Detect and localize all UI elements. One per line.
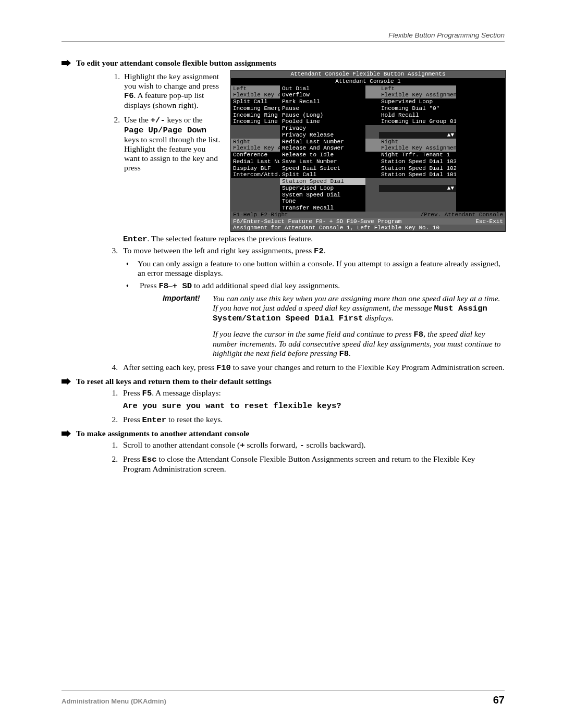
important-body: You can only use this key when you are a… <box>213 294 505 359</box>
text: to save your changes and return to the F… <box>231 363 505 372</box>
popup: Save Last Number <box>280 158 365 165</box>
gap <box>365 205 379 212</box>
svg-marker-0 <box>62 59 71 67</box>
rval: Night Trfr. Tenant 1 <box>379 152 456 158</box>
blank <box>231 192 280 199</box>
section-title: To make assignments to another attendant… <box>76 429 249 438</box>
key-f8: F8 <box>339 349 349 359</box>
blank <box>231 125 280 132</box>
text: Press <box>123 388 142 397</box>
bullet: You can only assign a feature to one but… <box>138 259 505 278</box>
popup: Split Call <box>280 171 365 178</box>
sec2-steps: Press F5. A message displays: Are you su… <box>62 388 505 425</box>
gap <box>365 105 379 112</box>
text: Press <box>123 415 142 424</box>
rval: Station Speed Dial 103 <box>379 158 456 165</box>
console-bottom-1: F1-Help F2-Right/Prev. Attendant Console <box>231 212 505 218</box>
text: If you leave the cursor in the same fiel… <box>213 329 414 338</box>
pointer-right-icon <box>62 378 71 385</box>
lkey: Intercom/Attd. <box>231 171 280 178</box>
popup: Supervised Loop <box>280 185 365 192</box>
steps-left: Highlight the key assignment you wish to… <box>101 70 221 178</box>
popup: Release And Answer <box>280 145 365 152</box>
text: to reset the keys. <box>166 415 223 424</box>
blank <box>231 205 280 212</box>
gap <box>365 112 379 119</box>
key-plus-minus: +/- <box>151 116 165 125</box>
console-screen: Attendant Console Flexible Button Assign… <box>230 70 506 232</box>
text: displays. <box>363 313 394 322</box>
svg-marker-2 <box>62 430 71 437</box>
scroll-arrows-icon: ▲▼ <box>379 185 456 192</box>
text: keys or the <box>165 115 203 124</box>
popup: Pause (Long) <box>280 112 365 119</box>
text: /Prev. Attendant Console <box>421 212 503 218</box>
hdr-right2: Flexible Key Assignment <box>379 92 456 98</box>
step-1: Scroll to another attendant console (+ s… <box>120 440 505 450</box>
important-p2: If you leave the cursor in the same fiel… <box>213 329 505 359</box>
section-title: To reset all keys and return them to the… <box>76 377 272 386</box>
popup: Privacy <box>280 125 365 132</box>
key-enter: Enter <box>142 415 167 425</box>
text: Press <box>123 454 142 463</box>
popup: System Speed Dial <box>280 192 365 199</box>
text: Esc-Exit <box>475 218 503 225</box>
lkey: Incoming Emerge <box>231 105 280 112</box>
section-edit: To edit your attendant console flexible … <box>62 58 505 68</box>
text: After setting each key, press <box>123 363 216 372</box>
popup: Release to Idle <box>280 152 365 158</box>
text: scrolls forward, <box>245 440 300 449</box>
running-head: Flexible Button Programming Section <box>62 31 505 41</box>
page-footer: Administration Menu (DKAdmin) 67 <box>62 690 505 706</box>
popup: Privacy Release <box>280 132 365 139</box>
text: Use the <box>124 115 151 124</box>
gap <box>365 198 379 205</box>
rval: Supervised Loop <box>379 98 456 105</box>
text: F1-Help F2-Right <box>233 212 288 218</box>
blank <box>231 132 280 139</box>
text: Scroll to another attendant console ( <box>123 440 240 449</box>
lkey: Incoming Line G <box>231 118 280 125</box>
key-f2: F2 <box>314 246 324 256</box>
important-label: Important! <box>163 294 210 359</box>
lkey: Conference <box>231 152 280 158</box>
step-2: Use the +/- keys or the Page Up/Page Dow… <box>122 115 221 172</box>
sec3-steps: Scroll to another attendant console (+ s… <box>62 440 505 474</box>
reset-prompt: Are you sure you want to reset flexible … <box>123 401 505 411</box>
rval: Hold Recall <box>379 112 456 119</box>
sub-bullets: You can only assign a feature to one but… <box>123 259 505 291</box>
gap <box>365 178 379 185</box>
key-plus: + <box>240 441 244 450</box>
rval: Incoming Dial "0" <box>379 105 456 112</box>
important-note: Important! You can only use this key whe… <box>163 294 505 359</box>
section-another-console: To make assignments to another attendant… <box>62 429 505 438</box>
text: Press <box>140 281 159 290</box>
gap <box>365 125 379 132</box>
popup: Tone <box>280 198 365 205</box>
popup: Speed Dial Select <box>280 165 365 172</box>
footer-divider <box>62 690 505 691</box>
step-wrap: Highlight the key assignment you wish to… <box>101 70 505 232</box>
hdr-left2: Flexible Key As <box>231 145 280 152</box>
gap <box>365 145 379 152</box>
key-f6: F6 <box>124 91 134 101</box>
blank <box>231 198 280 205</box>
lkey: Redial Last Num <box>231 158 280 165</box>
console-figure: Attendant Console Flexible Button Assign… <box>230 70 505 232</box>
text: . The selected feature replaces the prev… <box>148 234 313 243</box>
text: Highlight the key assignment you wish to… <box>124 72 219 90</box>
blank <box>379 205 456 212</box>
console-title: Attendant Console Flexible Button Assign… <box>231 70 505 78</box>
footer-left: Administration Menu (DKAdmin) <box>62 697 166 705</box>
step-4: After setting each key, press F10 to sav… <box>120 363 505 373</box>
blank <box>231 185 280 192</box>
text: . <box>324 246 326 255</box>
key-f8: F8 <box>158 281 168 291</box>
lkey: Display BLF <box>231 165 280 172</box>
popup: Transfer Recall <box>280 205 365 212</box>
key-pageupdown: Page Up/Page Down <box>124 126 206 135</box>
step-list-top: Highlight the key assignment you wish to… <box>101 72 221 172</box>
header-divider <box>62 41 505 42</box>
hdr-left: Left <box>231 85 280 92</box>
page-number: 67 <box>493 694 505 706</box>
